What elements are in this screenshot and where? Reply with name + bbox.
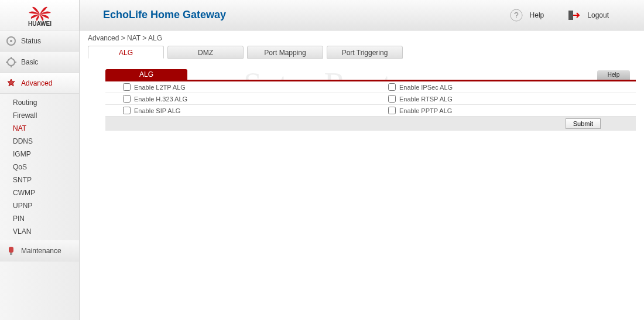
sidebar-sub-routing[interactable]: Routing (0, 96, 79, 109)
submit-button[interactable]: Submit (566, 118, 601, 129)
sidebar-sub-nat[interactable]: NAT (0, 122, 79, 135)
svg-point-3 (8, 59, 15, 66)
content: SetupRouter.co Advanced > NAT > ALG ALG … (80, 30, 644, 320)
sidebar-section-basic[interactable]: Basic (0, 52, 79, 73)
checkbox-rtsp[interactable] (388, 95, 396, 103)
sidebar-sub-firewall[interactable]: Firewall (0, 109, 79, 122)
tabs: ALG DMZ Port Mapping Port Triggering (88, 46, 636, 59)
main-area: EchoLife Home Gateway ? Help Logout Setu… (80, 0, 644, 320)
sidebar-sub-cwmp[interactable]: CWMP (0, 186, 79, 199)
sidebar-sub-pin[interactable]: PIN (0, 212, 79, 225)
tab-dmz[interactable]: DMZ (167, 46, 244, 59)
table-row: Enable L2TP ALG Enable IPSec ALG (105, 81, 636, 93)
svg-rect-5 (10, 253, 12, 255)
sidebar-sub-upnp[interactable]: UPNP (0, 199, 79, 212)
topbar: EchoLife Home Gateway ? Help Logout (80, 0, 644, 30)
svg-text:?: ? (514, 11, 519, 20)
help-icon[interactable]: ? (510, 9, 523, 22)
logout-icon[interactable] (567, 9, 580, 22)
svg-rect-8 (568, 11, 573, 20)
sidebar-section-status[interactable]: Status (0, 30, 79, 52)
checkbox-pptp[interactable] (388, 107, 396, 114)
sidebar-sub-igmp[interactable]: IGMP (0, 148, 79, 161)
panel-help-button[interactable]: Help (597, 70, 630, 80)
sidebar-label: Maintenance (21, 247, 61, 255)
sidebar: HUAWEI Status Basic Advanced Routing Fir… (0, 0, 80, 320)
maintenance-icon (6, 246, 16, 256)
sidebar-sub-ddns[interactable]: DDNS (0, 135, 79, 148)
tab-alg[interactable]: ALG (88, 46, 164, 59)
svg-text:HUAWEI: HUAWEI (28, 21, 52, 27)
checkbox-sip[interactable] (123, 107, 131, 114)
checkbox-label: Enable SIP ALG (134, 107, 180, 114)
sidebar-label: Status (21, 37, 41, 45)
advanced-icon (6, 78, 16, 88)
sidebar-sub-vlan[interactable]: VLAN (0, 225, 79, 238)
table-row: Enable SIP ALG Enable PPTP ALG (105, 105, 636, 117)
sidebar-sub-sntp[interactable]: SNTP (0, 173, 79, 186)
checkbox-l2tp[interactable] (123, 83, 131, 91)
svg-point-2 (10, 40, 12, 42)
svg-rect-4 (9, 247, 13, 253)
logout-link[interactable]: Logout (587, 11, 609, 19)
sidebar-section-maintenance[interactable]: Maintenance (0, 240, 79, 261)
panel: ALG Help Enable L2TP ALG Enable IPSec AL… (105, 69, 636, 131)
tab-port-mapping[interactable]: Port Mapping (247, 46, 323, 59)
sidebar-label: Basic (21, 58, 38, 66)
breadcrumb: Advanced > NAT > ALG (88, 34, 636, 42)
checkbox-label: Enable PPTP ALG (399, 107, 452, 114)
submit-row: Submit (105, 117, 636, 131)
status-icon (6, 36, 16, 46)
panel-body: Enable L2TP ALG Enable IPSec ALG Enable … (105, 80, 636, 131)
checkbox-h323[interactable] (123, 95, 131, 103)
sidebar-sub-qos[interactable]: QoS (0, 161, 79, 173)
basic-icon (6, 57, 16, 67)
panel-title: ALG (105, 69, 187, 80)
table-row: Enable H.323 ALG Enable RTSP ALG (105, 93, 636, 105)
help-link[interactable]: Help (530, 11, 544, 19)
checkbox-ipsec[interactable] (388, 83, 396, 91)
page-title: EchoLife Home Gateway (103, 9, 510, 21)
huawei-logo-icon: HUAWEI (13, 4, 66, 27)
sidebar-label: Advanced (21, 79, 52, 87)
sidebar-section-advanced[interactable]: Advanced (0, 73, 79, 94)
sidebar-subitems: Routing Firewall NAT DDNS IGMP QoS SNTP … (0, 94, 79, 240)
tab-port-triggering[interactable]: Port Triggering (327, 46, 403, 59)
checkbox-label: Enable IPSec ALG (399, 84, 453, 91)
checkbox-label: Enable H.323 ALG (134, 96, 187, 103)
brand-logo: HUAWEI (0, 0, 79, 30)
checkbox-label: Enable RTSP ALG (399, 96, 453, 103)
checkbox-label: Enable L2TP ALG (134, 84, 186, 91)
